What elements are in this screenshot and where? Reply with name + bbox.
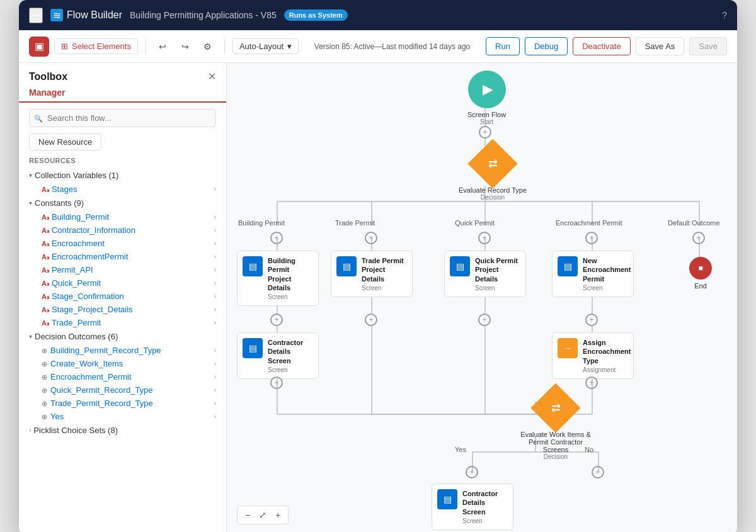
resources-label: RESOURCES	[19, 157, 226, 164]
new-encroachment-permit-node[interactable]: ▤ New Encroachment Permit Screen	[552, 251, 634, 297]
plus-encroachment[interactable]: +	[585, 232, 598, 244]
quick-permit-details-node[interactable]: ▤ Quick Permit Project Details Screen	[444, 251, 526, 297]
list-item[interactable]: A₃Encroachment ›	[29, 237, 216, 250]
list-item[interactable]: ⊕Building_Permit_Record_Type ›	[29, 344, 216, 357]
screen-text: Trade Permit Project Details Screen	[362, 256, 407, 291]
zoom-out-button[interactable]: −	[241, 509, 254, 521]
add-step-icon[interactable]: +	[692, 232, 705, 244]
add-step-icon[interactable]: +	[592, 466, 604, 478]
list-item[interactable]: A₃Trade_Permit ›	[29, 316, 216, 329]
sidebar-close-button[interactable]: ✕	[208, 71, 216, 82]
screen-text: Contractor Details Screen Screen	[462, 489, 508, 524]
screen-node[interactable]: ▤ Contractor Details Screen Screen	[237, 332, 319, 379]
search-input[interactable]	[29, 109, 216, 127]
list-item[interactable]: A₃EncroachmentPermit ›	[29, 250, 216, 263]
plus-quick[interactable]: +	[478, 232, 491, 244]
undo-button[interactable]: ↩	[154, 38, 171, 55]
debug-button[interactable]: Debug	[525, 37, 568, 55]
chevron-right-icon: ›	[214, 227, 216, 234]
help-icon[interactable]: ?	[722, 10, 727, 20]
plus-no[interactable]: +	[592, 466, 604, 478]
deactivate-button[interactable]: Deactivate	[573, 37, 630, 55]
chevron-right-icon: ›	[214, 253, 216, 260]
list-item[interactable]: ⊕Create_Work_Items ›	[29, 357, 216, 370]
list-item[interactable]: A₃Stages ›	[29, 183, 216, 196]
add-step-icon[interactable]: +	[365, 232, 377, 244]
evaluate-record-type-node[interactable]: ⇄ Evaluate Record Type Decision	[459, 146, 527, 201]
chevron-down-icon: ▾	[29, 200, 32, 207]
add-step-icon[interactable]: +	[585, 376, 598, 389]
plus-default[interactable]: +	[692, 232, 705, 244]
flow-icon-button[interactable]: ▣	[29, 37, 49, 57]
plus-building[interactable]: +	[270, 232, 283, 244]
add-step-icon[interactable]: +	[478, 232, 491, 244]
add-step-icon[interactable]: +	[270, 314, 283, 326]
assignment-node[interactable]: → Assign Encroachment Type Assignment	[552, 332, 634, 379]
screen-node[interactable]: ▤ Contractor Details Screen Screen	[432, 484, 513, 530]
plus-after-quick[interactable]: +	[478, 314, 491, 326]
item-stages[interactable]: Stages	[52, 184, 77, 194]
settings-button[interactable]: ⚙	[199, 38, 217, 55]
plus-after-encroachment-screen[interactable]: +	[585, 314, 598, 326]
chevron-right-icon: ›	[214, 373, 216, 380]
add-step-icon[interactable]: +	[479, 126, 491, 139]
redo-button[interactable]: ↪	[176, 38, 194, 55]
list-item[interactable]: ⊕Yes ›	[29, 410, 216, 423]
list-item[interactable]: ⊕Trade_Permit_Record_Type ›	[29, 397, 216, 410]
plus-yes[interactable]: +	[466, 466, 478, 478]
zoom-fit-button[interactable]: ⤢	[255, 509, 270, 521]
nav-back-button[interactable]: ←	[29, 8, 43, 23]
list-item[interactable]: A₃Quick_Permit ›	[29, 276, 216, 290]
select-elements-button[interactable]: ⊞ Select Elements	[54, 38, 138, 54]
contractor-details-node[interactable]: ▤ Contractor Details Screen Screen	[237, 332, 319, 379]
list-item[interactable]: ⊕Encroachment_Permit ›	[29, 370, 216, 383]
screen-node[interactable]: ▤ New Encroachment Permit Screen	[552, 251, 634, 297]
add-step-icon[interactable]: +	[585, 232, 598, 244]
run-button[interactable]: Run	[486, 37, 520, 55]
new-resource-button[interactable]: New Resource	[29, 133, 101, 150]
add-step-icon[interactable]: +	[270, 376, 283, 389]
plus-after-building[interactable]: +	[270, 314, 283, 326]
screen-node[interactable]: ▤ Building Permit Project Details Screen	[237, 251, 319, 306]
evaluate-work-items-node[interactable]: ⇄ Evaluate Work Items & Permit Contracto…	[518, 390, 593, 460]
start-node[interactable]: ▶ Screen Flow Start	[467, 71, 506, 125]
layout-dropdown[interactable]: Auto-Layout ▾	[232, 38, 299, 54]
plus-after-trade[interactable]: +	[365, 314, 377, 326]
list-item[interactable]: A₃Permit_API ›	[29, 263, 216, 276]
save-as-button[interactable]: Save As	[636, 37, 685, 55]
chevron-right-icon: ›	[214, 213, 216, 220]
zoom-in-button[interactable]: +	[272, 509, 284, 521]
yes-label: Yes	[455, 446, 466, 453]
screen-node[interactable]: ▤ Trade Permit Project Details Screen	[331, 251, 413, 297]
add-step-icon[interactable]: +	[270, 232, 283, 244]
group-constants: ▾ Constants (9) A₃Building_Permit › A₃Co…	[19, 196, 226, 329]
decision-shape: ⇄	[467, 139, 517, 188]
list-item[interactable]: ⊕Quick_Permit_Record_Type ›	[29, 383, 216, 397]
add-step-icon[interactable]: +	[365, 314, 377, 326]
plus-trade[interactable]: +	[365, 232, 377, 244]
sidebar-tab-manager[interactable]: Manager	[29, 88, 216, 101]
screen-node[interactable]: ▤ Quick Permit Project Details Screen	[444, 251, 526, 297]
group-collection-variables-header[interactable]: ▾ Collection Variables (1)	[29, 168, 216, 183]
end-node[interactable]: ■ End	[689, 257, 712, 290]
group-picklist: › Picklist Choice Sets (8)	[19, 423, 226, 438]
assignment-icon: →	[558, 338, 578, 358]
list-item[interactable]: A₃Contractor_Information ›	[29, 224, 216, 237]
plus-after-start[interactable]: +	[479, 126, 491, 139]
list-item[interactable]: A₃Building_Permit ›	[29, 210, 216, 224]
group-decision-outcomes-header[interactable]: ▾ Decision Outcomes (6)	[29, 329, 216, 344]
assign-encroachment-node[interactable]: → Assign Encroachment Type Assignment	[552, 332, 634, 379]
building-permit-details-node[interactable]: ▤ Building Permit Project Details Screen	[237, 251, 319, 306]
list-item[interactable]: A₃Stage_Project_Details ›	[29, 303, 216, 316]
add-step-icon[interactable]: +	[478, 314, 491, 326]
add-step-icon[interactable]: +	[466, 466, 478, 478]
plus-after-contractor[interactable]: +	[270, 376, 283, 389]
save-button[interactable]: Save	[689, 37, 727, 55]
list-item[interactable]: A₃Stage_Confirmation ›	[29, 290, 216, 303]
group-constants-header[interactable]: ▾ Constants (9)	[29, 196, 216, 210]
group-picklist-header[interactable]: › Picklist Choice Sets (8)	[29, 423, 216, 438]
trade-permit-details-node[interactable]: ▤ Trade Permit Project Details Screen	[331, 251, 413, 297]
add-step-icon[interactable]: +	[585, 314, 598, 326]
plus-after-assign[interactable]: +	[585, 376, 598, 389]
contractor-details-2-node[interactable]: ▤ Contractor Details Screen Screen	[432, 484, 513, 530]
